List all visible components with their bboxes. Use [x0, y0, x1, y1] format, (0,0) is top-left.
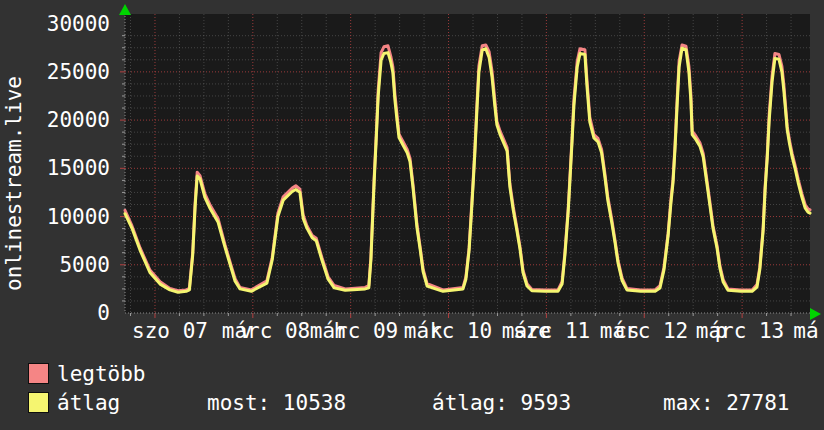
x-axis-weekday-label: k — [430, 319, 443, 343]
x-axis-date-label: márc 13 — [696, 319, 785, 343]
x-axis-date-label: márc 09 — [310, 319, 399, 343]
legend-swatch-legtobb — [28, 363, 49, 384]
y-axis-tick-label: 20000 — [10, 108, 110, 132]
legend-label-atlag: átlag — [57, 391, 120, 415]
legend-label-legtobb: legtöbb — [57, 362, 146, 386]
stat-atlag: átlag: 9593 — [432, 391, 571, 415]
legend-swatch-atlag — [28, 392, 49, 413]
x-axis-date-label: má — [793, 319, 818, 343]
x-axis-weekday-label: sze — [513, 319, 551, 343]
y-axis-tick-label: 15000 — [10, 156, 110, 180]
y-axis-tick-label: 25000 — [10, 60, 110, 84]
stat-most: most: 10538 — [207, 391, 346, 415]
x-axis-weekday-label: p — [715, 319, 728, 343]
x-axis-weekday-label: cs — [614, 319, 639, 343]
chart-canvas — [0, 0, 824, 360]
x-axis-date-label: márc 10 — [404, 319, 493, 343]
x-axis-date-label: márc 12 — [600, 319, 689, 343]
y-axis-tick-label: 30000 — [10, 12, 110, 36]
y-axis-tick-label: 5000 — [10, 253, 110, 277]
x-axis-weekday-label: v — [240, 319, 253, 343]
x-axis-weekday-label: h — [334, 319, 347, 343]
y-axis-tick-label: 0 — [10, 301, 110, 325]
graph-image: onlinestream.live 0500010000150002000025… — [0, 0, 824, 430]
stat-max: max: 27781 — [663, 391, 789, 415]
x-axis-date-label: márc 08 — [222, 319, 311, 343]
x-axis-date-label: szo 07 — [132, 319, 208, 343]
y-axis-tick-label: 10000 — [10, 205, 110, 229]
